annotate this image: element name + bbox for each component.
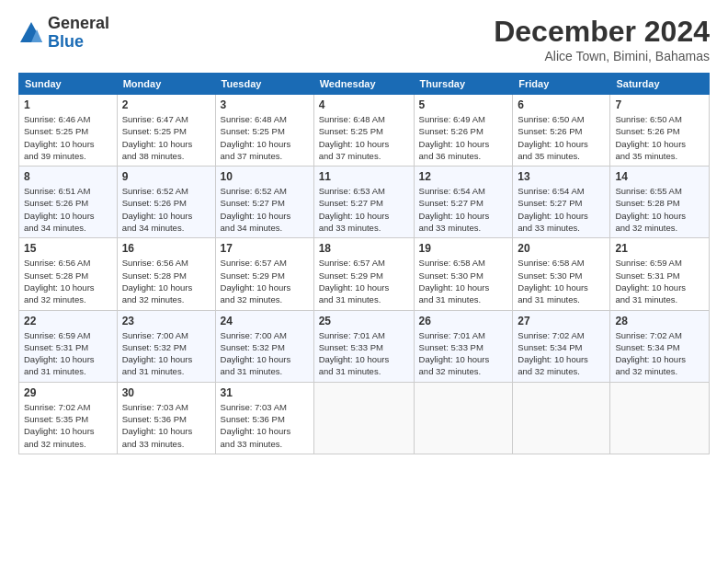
location: Alice Town, Bimini, Bahamas [494,49,710,63]
table-row: 27Sunrise: 7:02 AM Sunset: 5:34 PM Dayli… [513,310,610,382]
day-number: 2 [122,98,210,111]
table-row: 26Sunrise: 7:01 AM Sunset: 5:33 PM Dayli… [414,310,513,382]
day-number: 17 [221,242,309,255]
table-row: 16Sunrise: 6:56 AM Sunset: 5:28 PM Dayli… [117,238,215,310]
col-monday: Monday [117,74,215,95]
table-row [610,382,710,454]
table-row: 5Sunrise: 6:49 AM Sunset: 5:26 PM Daylig… [414,95,513,167]
day-info: Sunrise: 7:01 AM Sunset: 5:33 PM Dayligh… [419,329,508,378]
day-number: 26 [419,315,508,327]
day-number: 12 [419,170,508,183]
day-number: 11 [319,170,409,183]
day-number: 18 [319,242,409,255]
table-row: 23Sunrise: 7:00 AM Sunset: 5:32 PM Dayli… [117,310,215,382]
day-info: Sunrise: 6:56 AM Sunset: 5:28 PM Dayligh… [122,257,210,305]
day-number: 19 [419,242,508,255]
table-row: 20Sunrise: 6:58 AM Sunset: 5:30 PM Dayli… [513,238,610,310]
table-row: 19Sunrise: 6:58 AM Sunset: 5:30 PM Dayli… [414,238,513,310]
table-row: 8Sunrise: 6:51 AM Sunset: 5:26 PM Daylig… [19,167,118,238]
day-info: Sunrise: 6:46 AM Sunset: 5:25 PM Dayligh… [24,113,112,162]
header: General Blue December 2024 Alice Town, B… [18,15,710,63]
day-number: 21 [615,242,704,255]
calendar-week-2: 8Sunrise: 6:51 AM Sunset: 5:26 PM Daylig… [19,167,710,238]
table-row: 11Sunrise: 6:53 AM Sunset: 5:27 PM Dayli… [313,167,414,238]
day-info: Sunrise: 6:52 AM Sunset: 5:27 PM Dayligh… [221,185,309,234]
day-number: 15 [24,242,112,255]
day-info: Sunrise: 6:57 AM Sunset: 5:29 PM Dayligh… [319,257,409,305]
day-info: Sunrise: 6:59 AM Sunset: 5:31 PM Dayligh… [24,329,112,378]
day-number: 3 [221,98,309,111]
table-row: 29Sunrise: 7:02 AM Sunset: 5:35 PM Dayli… [19,382,118,454]
table-row: 1Sunrise: 6:46 AM Sunset: 5:25 PM Daylig… [19,95,118,167]
day-info: Sunrise: 6:47 AM Sunset: 5:25 PM Dayligh… [122,113,210,162]
day-info: Sunrise: 6:50 AM Sunset: 5:26 PM Dayligh… [615,113,704,162]
day-number: 23 [122,315,210,327]
day-info: Sunrise: 7:00 AM Sunset: 5:32 PM Dayligh… [221,329,309,378]
day-info: Sunrise: 7:03 AM Sunset: 5:36 PM Dayligh… [221,401,309,450]
table-row: 15Sunrise: 6:56 AM Sunset: 5:28 PM Dayli… [19,238,118,310]
table-row: 3Sunrise: 6:48 AM Sunset: 5:25 PM Daylig… [215,95,313,167]
day-info: Sunrise: 6:59 AM Sunset: 5:31 PM Dayligh… [615,257,704,305]
day-number: 20 [518,242,605,255]
day-info: Sunrise: 6:48 AM Sunset: 5:25 PM Dayligh… [319,113,409,162]
table-row: 21Sunrise: 6:59 AM Sunset: 5:31 PM Dayli… [610,238,710,310]
day-number: 5 [419,98,508,111]
col-tuesday: Tuesday [215,74,313,95]
day-info: Sunrise: 7:02 AM Sunset: 5:34 PM Dayligh… [518,329,605,378]
month-title: December 2024 [494,15,710,49]
table-row: 18Sunrise: 6:57 AM Sunset: 5:29 PM Dayli… [313,238,414,310]
day-number: 4 [319,98,409,111]
day-number: 1 [24,98,112,111]
day-info: Sunrise: 6:49 AM Sunset: 5:26 PM Dayligh… [419,113,508,162]
col-wednesday: Wednesday [313,74,414,95]
day-info: Sunrise: 7:02 AM Sunset: 5:35 PM Dayligh… [24,401,112,450]
page: General Blue December 2024 Alice Town, B… [0,0,728,563]
day-number: 16 [122,242,210,255]
day-number: 9 [122,170,210,183]
day-number: 24 [221,315,309,327]
table-row: 9Sunrise: 6:52 AM Sunset: 5:26 PM Daylig… [117,167,215,238]
day-number: 22 [24,315,112,327]
day-number: 13 [518,170,605,183]
day-number: 27 [518,315,605,327]
day-number: 8 [24,170,112,183]
day-number: 6 [518,98,605,111]
day-info: Sunrise: 6:52 AM Sunset: 5:26 PM Dayligh… [122,185,210,234]
table-row: 24Sunrise: 7:00 AM Sunset: 5:32 PM Dayli… [215,310,313,382]
day-info: Sunrise: 6:57 AM Sunset: 5:29 PM Dayligh… [221,257,309,305]
day-number: 30 [122,386,210,399]
table-row: 25Sunrise: 7:01 AM Sunset: 5:33 PM Dayli… [313,310,414,382]
table-row: 28Sunrise: 7:02 AM Sunset: 5:34 PM Dayli… [610,310,710,382]
col-friday: Friday [513,74,610,95]
table-row: 30Sunrise: 7:03 AM Sunset: 5:36 PM Dayli… [117,382,215,454]
day-info: Sunrise: 6:48 AM Sunset: 5:25 PM Dayligh… [221,113,309,162]
logo: General Blue [18,15,109,52]
day-info: Sunrise: 6:53 AM Sunset: 5:27 PM Dayligh… [319,185,409,234]
day-number: 28 [615,315,704,327]
col-thursday: Thursday [414,74,513,95]
table-row [313,382,414,454]
day-info: Sunrise: 6:54 AM Sunset: 5:27 PM Dayligh… [419,185,508,234]
title-section: December 2024 Alice Town, Bimini, Bahama… [494,15,710,63]
table-row: 7Sunrise: 6:50 AM Sunset: 5:26 PM Daylig… [610,95,710,167]
day-number: 29 [24,386,112,399]
day-info: Sunrise: 7:02 AM Sunset: 5:34 PM Dayligh… [615,329,704,378]
day-info: Sunrise: 6:54 AM Sunset: 5:27 PM Dayligh… [518,185,605,234]
logo-blue: Blue [48,33,109,52]
day-info: Sunrise: 7:00 AM Sunset: 5:32 PM Dayligh… [122,329,210,378]
table-row: 17Sunrise: 6:57 AM Sunset: 5:29 PM Dayli… [215,238,313,310]
calendar-week-3: 15Sunrise: 6:56 AM Sunset: 5:28 PM Dayli… [19,238,710,310]
day-info: Sunrise: 6:56 AM Sunset: 5:28 PM Dayligh… [24,257,112,305]
day-info: Sunrise: 6:50 AM Sunset: 5:26 PM Dayligh… [518,113,605,162]
col-sunday: Sunday [19,74,118,95]
calendar-week-5: 29Sunrise: 7:02 AM Sunset: 5:35 PM Dayli… [19,382,710,454]
calendar-table: Sunday Monday Tuesday Wednesday Thursday… [18,73,710,454]
day-number: 25 [319,315,409,327]
day-number: 31 [221,386,309,399]
day-number: 14 [615,170,704,183]
table-row: 10Sunrise: 6:52 AM Sunset: 5:27 PM Dayli… [215,167,313,238]
calendar-week-4: 22Sunrise: 6:59 AM Sunset: 5:31 PM Dayli… [19,310,710,382]
logo-icon [18,20,44,46]
table-row: 14Sunrise: 6:55 AM Sunset: 5:28 PM Dayli… [610,167,710,238]
table-row [414,382,513,454]
